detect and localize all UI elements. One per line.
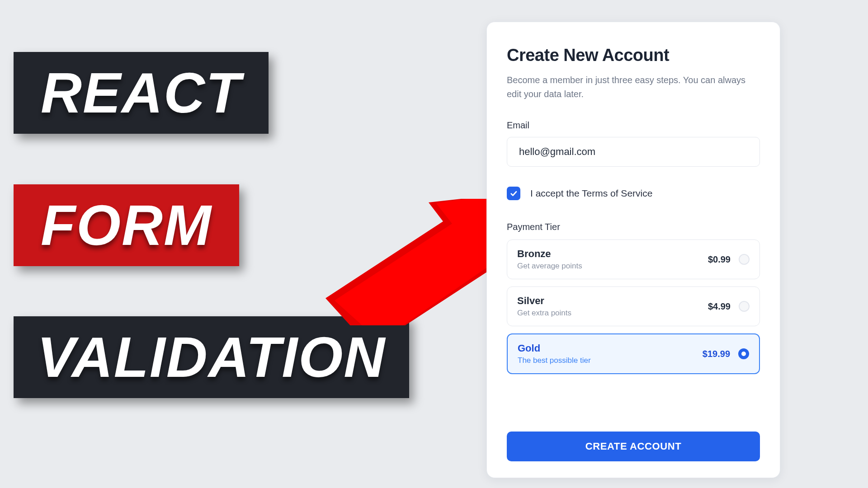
tier-name: Silver xyxy=(517,295,571,307)
banner-validation: VALIDATION xyxy=(14,316,409,398)
tier-option-silver[interactable]: SilverGet extra points$4.99 xyxy=(507,286,760,326)
tier-radio[interactable] xyxy=(739,254,750,265)
signup-card: Create New Account Become a member in ju… xyxy=(486,22,780,478)
tier-price: $4.99 xyxy=(708,301,731,312)
tier-desc: Get average points xyxy=(517,262,582,271)
tier-name: Bronze xyxy=(517,248,582,260)
tier-price: $0.99 xyxy=(708,254,731,265)
banner-validation-text: VALIDATION xyxy=(37,324,386,390)
tier-option-gold[interactable]: GoldThe best possible tier$19.99 xyxy=(507,333,760,374)
tier-price: $19.99 xyxy=(703,349,730,359)
tier-radio[interactable] xyxy=(739,301,750,312)
form-title: Create New Account xyxy=(507,46,760,65)
banner-react-text: REACT xyxy=(41,60,241,126)
banner-react: REACT xyxy=(14,52,269,134)
tier-name: Gold xyxy=(518,343,591,354)
tos-checkbox[interactable] xyxy=(507,187,520,200)
create-account-button[interactable]: CREATE ACCOUNT xyxy=(507,432,760,461)
banner-form: FORM xyxy=(14,184,239,266)
tos-label: I accept the Terms of Service xyxy=(530,188,652,199)
email-label: Email xyxy=(507,120,760,131)
tier-radio[interactable] xyxy=(738,348,749,359)
form-subtitle: Become a member in just three easy steps… xyxy=(507,73,760,101)
banner-form-text: FORM xyxy=(41,192,212,258)
tier-option-bronze[interactable]: BronzeGet average points$0.99 xyxy=(507,239,760,279)
tier-desc: Get extra points xyxy=(517,309,571,318)
check-icon xyxy=(509,189,518,197)
tier-label: Payment Tier xyxy=(507,222,760,232)
tier-desc: The best possible tier xyxy=(518,356,591,365)
email-field[interactable] xyxy=(507,137,760,167)
